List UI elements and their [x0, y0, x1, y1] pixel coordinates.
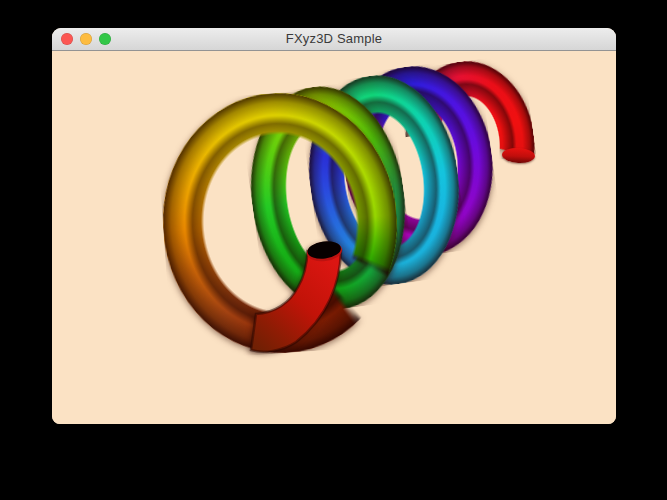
- app-window: FXyz3D Sample: [52, 28, 616, 424]
- spring-front-end: [52, 51, 616, 424]
- close-button[interactable]: [61, 33, 73, 45]
- 3d-viewport[interactable]: [52, 51, 616, 424]
- minimize-button[interactable]: [80, 33, 92, 45]
- zoom-button[interactable]: [99, 33, 111, 45]
- tube-body: [251, 251, 341, 352]
- window-controls: [61, 33, 111, 45]
- window-title: FXyz3D Sample: [286, 28, 383, 50]
- desktop-background: { "window": { "title": "FXyz3D Sample", …: [0, 0, 667, 500]
- window-titlebar[interactable]: FXyz3D Sample: [52, 28, 616, 51]
